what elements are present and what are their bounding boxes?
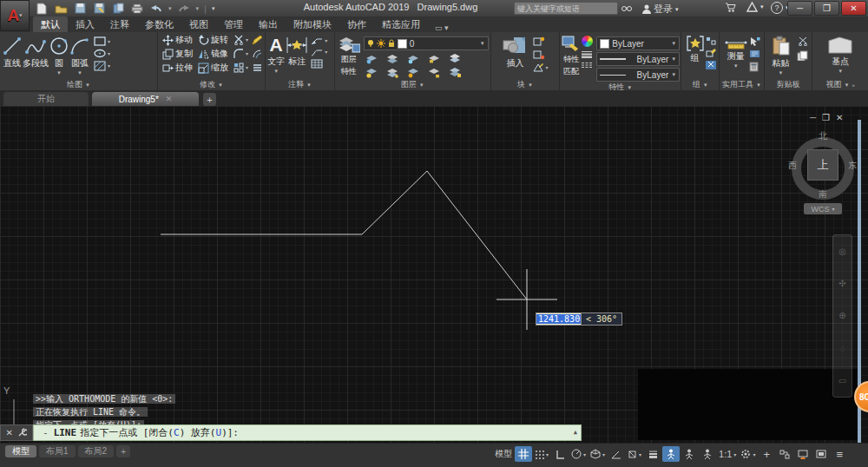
mirror-button[interactable]: 镜像 (198, 48, 228, 60)
minimize-button[interactable]: ─ (787, 1, 812, 16)
trim-button[interactable]: ▾ (233, 35, 248, 45)
workspace-gear-icon[interactable]: ▾ (739, 446, 757, 462)
nav-pan-icon[interactable]: ✣ (838, 279, 845, 288)
help-icon[interactable]: ?▾ (771, 2, 789, 14)
nav-wheel-icon[interactable]: ◎ (838, 247, 846, 256)
search-box[interactable] (514, 2, 618, 15)
text-button[interactable]: A 文字 ▼ (267, 34, 285, 74)
tab-annotate[interactable]: 注释 (102, 16, 137, 32)
new-drawing-tab-button[interactable]: + (203, 93, 216, 106)
units-icon[interactable] (776, 446, 793, 462)
line-button[interactable]: 直线 (2, 34, 23, 69)
move-button[interactable]: 移动 (162, 34, 193, 46)
annotation-monitor-plus-icon[interactable]: + (758, 446, 775, 462)
quick-select-icon[interactable] (749, 36, 760, 46)
layer-off-icon[interactable] (365, 54, 378, 64)
lineweight-toggle-icon[interactable] (644, 446, 661, 462)
layer-bulb2-icon[interactable] (365, 68, 378, 78)
tab-home[interactable]: 默认 (33, 16, 68, 32)
ungroup-icon[interactable] (706, 36, 716, 45)
stretch-button[interactable]: 拉伸 (162, 62, 193, 74)
command-input[interactable]: - LINE 指定下一点或 [闭合(C) 放弃(U)]: ▲ (33, 424, 582, 441)
nav-zoom-icon[interactable]: ⊕ (838, 311, 845, 320)
layer-isolate-icon[interactable] (386, 54, 399, 64)
offset-button[interactable] (252, 49, 263, 59)
layer-sun2-icon[interactable] (407, 68, 420, 78)
polar-toggle-icon[interactable]: ▾ (569, 446, 588, 462)
search-input[interactable] (515, 4, 621, 13)
copy-button[interactable]: 复制 (162, 48, 193, 60)
sign-in[interactable]: 登录 ▾ (642, 3, 679, 16)
create-attribute-icon[interactable] (533, 36, 545, 47)
new-layout-button[interactable]: + (116, 445, 130, 457)
block-editor-icon[interactable] (533, 62, 543, 72)
file-tab-drawing5[interactable]: Drawing5* ✕ (92, 92, 199, 106)
panel-label-view[interactable]: 视图▼» (812, 79, 868, 90)
annotation-scale-button[interactable]: 1:1▾ (717, 446, 738, 462)
redo-dropdown-icon[interactable]: ▾ (196, 5, 200, 12)
leader2-button[interactable]: ▾ (311, 48, 327, 56)
ortho-toggle-icon[interactable] (551, 446, 569, 462)
tab-parametric[interactable]: 参数化 (137, 16, 181, 32)
file-tab-start[interactable]: 开始 (3, 92, 89, 106)
app-store-cart-icon[interactable] (725, 3, 736, 12)
manage-attribute-icon[interactable] (533, 49, 545, 60)
annotation-autoscale-icon[interactable] (699, 446, 716, 462)
navigation-bar[interactable]: ◎ ✣ ⊕ ◌ ▭ (832, 234, 852, 398)
annotation-visibility-icon[interactable] (681, 446, 698, 462)
osnap-toggle-icon[interactable]: ▾ (626, 446, 643, 462)
circle-button[interactable]: 圆 ▼ (49, 34, 69, 76)
leader-button[interactable]: ▾ (311, 36, 327, 45)
layer-freeze2-icon[interactable] (407, 54, 420, 64)
tab-collaborate[interactable]: 协作 (339, 16, 374, 32)
layer-properties-button[interactable]: 图层 特性 (337, 34, 361, 77)
tab-addins[interactable]: 附加模块 (286, 16, 339, 32)
ellipse-button[interactable]: ▾ (94, 49, 110, 58)
close-button[interactable]: ✕ (841, 1, 866, 16)
arc-button[interactable]: 圆弧 ▼ (69, 34, 90, 76)
panel-label-annotate[interactable]: 注释▼ (266, 79, 334, 90)
layer-match-icon[interactable] (449, 53, 462, 64)
undo-dropdown-icon[interactable]: ▾ (168, 5, 172, 12)
autodesk-account-icon[interactable]: ▾ (746, 2, 764, 12)
panel-label-modify[interactable]: 修改▼ (158, 79, 265, 90)
dynamic-input-toggle-icon[interactable] (662, 446, 680, 462)
array-button[interactable]: ▾ (233, 62, 248, 73)
panel-label-group[interactable]: 组▼ (681, 79, 719, 90)
rectangle-button[interactable]: ▾ (94, 36, 110, 46)
base-button[interactable]: 基点 ▼ (823, 34, 858, 74)
tab-insert[interactable]: 插入 (68, 16, 102, 32)
transfer-icon[interactable] (111, 2, 125, 15)
model-space-button[interactable]: 模型 (493, 446, 514, 462)
copy-clip-icon[interactable] (797, 50, 808, 61)
restore-button[interactable]: ❐ (814, 1, 839, 16)
erase-button[interactable] (252, 35, 263, 45)
explode-button[interactable] (252, 62, 263, 73)
customization-menu-icon[interactable]: ≡ (831, 446, 848, 462)
hatch-button[interactable]: ▾ (94, 61, 110, 71)
otrack-toggle-icon[interactable] (608, 446, 625, 462)
viewcube-south[interactable]: 南 (819, 188, 827, 201)
panel-label-draw[interactable]: 绘图▼ (0, 79, 157, 90)
search-binoculars-icon[interactable] (621, 4, 634, 12)
tab-view[interactable]: 视图 (181, 16, 216, 32)
drawing-canvas[interactable]: 1241.8308 < 306° ─ ❐ ✕ 北 西 东 南 上 WCS▾ ◎ … (0, 106, 868, 443)
save-icon[interactable] (73, 2, 87, 15)
layer-walk-icon[interactable] (449, 67, 462, 78)
calculator-icon[interactable] (749, 62, 759, 72)
clean-screen-icon[interactable] (812, 446, 830, 462)
insert-block-button[interactable]: 插入 (502, 34, 528, 69)
viewcube-west[interactable]: 西 (788, 160, 797, 172)
viewcube-top-face[interactable]: 上 (807, 149, 838, 181)
rotate-button[interactable]: 旋转 (198, 34, 228, 46)
table-button[interactable] (311, 59, 327, 69)
tab-output[interactable]: 输出 (251, 16, 286, 32)
group-edit-icon[interactable] (706, 49, 716, 57)
command-close-icon[interactable]: ✕ (6, 428, 13, 437)
group-select-icon[interactable] (706, 61, 716, 69)
polyline-button[interactable]: 多段线 (23, 34, 49, 69)
measure-button[interactable]: 测量 ▼ (723, 34, 749, 69)
app-logo-icon[interactable]: A▾ (0, 0, 30, 31)
id-point-icon[interactable] (749, 49, 760, 58)
group-button[interactable]: 组 (685, 34, 706, 64)
